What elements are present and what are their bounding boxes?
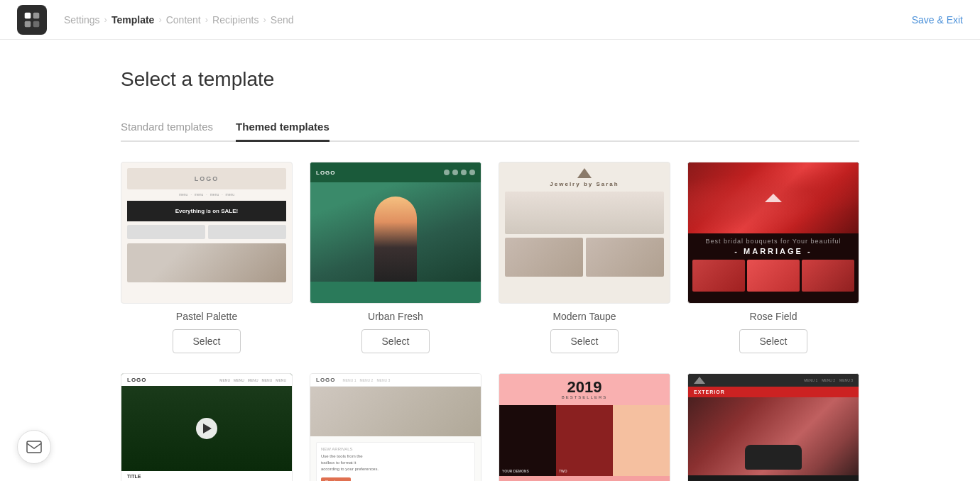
- template-name-rose: Rose Field: [750, 311, 797, 322]
- app-logo[interactable]: [17, 5, 47, 35]
- template-preview-dark-car[interactable]: MENU 1 MENU 2 MENU 3 EXTERIOR: [687, 373, 859, 481]
- urban-icon3: [461, 170, 467, 175]
- select-button-rose[interactable]: Select: [739, 329, 808, 353]
- breadcrumb-send[interactable]: Send: [271, 14, 294, 26]
- template-preview-taupe[interactable]: Jewelry by Sarah: [499, 162, 670, 304]
- tab-standard[interactable]: Standard templates: [121, 114, 213, 142]
- dark-car-red-bar: EXTERIOR: [688, 387, 859, 397]
- dark-car-logo-icon: [694, 377, 705, 384]
- taupe-hero: [505, 192, 664, 234]
- minimal-nav: MENU 1 MENU 2 MENU 3: [343, 378, 391, 382]
- dark-car-nav: MENU 1 MENU 2 MENU 3: [804, 378, 853, 382]
- breadcrumb: Settings › Template › Content › Recipien…: [64, 14, 294, 26]
- rose-flower2: [747, 260, 800, 292]
- breadcrumb-sep-2: ›: [158, 14, 161, 25]
- chat-support-button[interactable]: [17, 430, 51, 464]
- select-button-pastel[interactable]: Select: [173, 329, 241, 353]
- template-card-dark-car: MENU 1 MENU 2 MENU 3 EXTERIOR: [687, 373, 859, 481]
- minimal-text3: according to your preferences.: [321, 467, 470, 471]
- forest-nav: MENU MENU MENU MENU MENU: [219, 378, 286, 382]
- svg-rect-2: [25, 21, 31, 27]
- template-card-forest: LOGO MENU MENU MENU MENU MENU TITLE: [121, 373, 293, 481]
- breadcrumb-settings[interactable]: Settings: [64, 14, 100, 26]
- minimal-photo: [310, 387, 481, 436]
- urban-icon2: [452, 170, 458, 175]
- minimal-read-btn[interactable]: Read more: [321, 477, 351, 481]
- template-name-taupe: Modern Taupe: [552, 311, 616, 322]
- breadcrumb-template[interactable]: Template: [111, 14, 154, 26]
- breadcrumb-sep-1: ›: [104, 14, 107, 25]
- minimal-text1: Use the tools from the: [321, 454, 470, 458]
- template-preview-minimal[interactable]: LOGO MENU 1 MENU 2 MENU 3 NEW ARRIVALS U…: [310, 373, 481, 481]
- template-name-urban: Urban Fresh: [368, 311, 423, 322]
- dark-car-shape: [745, 445, 802, 470]
- pastel-nav-bar: menu · menu · menu · menu: [127, 192, 286, 197]
- template-preview-rose[interactable]: Best bridal bouquets for Your beautiful …: [687, 162, 859, 304]
- breadcrumb-content[interactable]: Content: [166, 14, 201, 26]
- main-content: Select a template Standard templates The…: [0, 40, 980, 481]
- urban-text-area: [310, 282, 481, 290]
- svg-rect-1: [33, 12, 40, 18]
- minimal-content: NEW ARRIVALS Use the tools from the tool…: [310, 436, 481, 481]
- pink-cell-mid: [613, 405, 670, 476]
- rose-flower3: [802, 260, 854, 292]
- urban-logo: LOGO: [316, 170, 336, 176]
- minimal-text2: toolbox to format it: [321, 460, 470, 465]
- template-preview-pink[interactable]: 2019 BESTSELLERS YOUR DEMONS TWO: [499, 373, 670, 481]
- taupe-brand: Jewelry by Sarah: [550, 181, 619, 187]
- rose-hero: [688, 162, 859, 233]
- rose-flowers-grid: [688, 260, 859, 296]
- svg-rect-0: [25, 12, 31, 18]
- forest-video: [121, 386, 292, 471]
- minimal-header: LOGO MENU 1 MENU 2 MENU 3: [310, 374, 481, 387]
- template-card-rose-field: Best bridal bouquets for Your beautiful …: [687, 162, 859, 353]
- breadcrumb-recipients[interactable]: Recipients: [212, 14, 258, 26]
- taupe-logo-icon: [577, 168, 592, 178]
- urban-icons: [444, 170, 475, 175]
- template-card-minimal: LOGO MENU 1 MENU 2 MENU 3 NEW ARRIVALS U…: [310, 373, 481, 481]
- select-button-urban[interactable]: Select: [361, 329, 430, 353]
- pink-two: TWO: [559, 469, 567, 473]
- nav-left: Settings › Template › Content › Recipien…: [17, 5, 294, 35]
- rose-flower1: [692, 260, 745, 292]
- pink-year: 2019: [567, 380, 602, 395]
- forest-title-bar: TITLE: [121, 471, 292, 481]
- select-button-taupe[interactable]: Select: [550, 329, 619, 353]
- dark-car-photo: [688, 397, 859, 475]
- template-tabs: Standard templates Themed templates: [121, 114, 859, 142]
- top-navigation: Settings › Template › Content › Recipien…: [0, 0, 980, 40]
- template-grid-row1: LOGO menu · menu · menu · menu Everythin…: [121, 162, 859, 353]
- urban-photo: [310, 182, 481, 282]
- template-name-pastel: Pastel Palette: [176, 311, 237, 322]
- taupe-cell1: [505, 238, 583, 277]
- breadcrumb-sep-4: ›: [263, 14, 266, 25]
- tab-themed[interactable]: Themed templates: [236, 114, 330, 142]
- rose-subtitle: Best bridal bouquets for Your beautiful: [705, 238, 841, 245]
- minimal-text-box: NEW ARRIVALS Use the tools from the tool…: [316, 442, 475, 481]
- urban-icon1: [444, 170, 450, 175]
- pink-bestsellers: BESTSELLERS: [562, 395, 608, 399]
- pink-cell-dark: YOUR DEMONS: [499, 405, 556, 476]
- template-preview-urban[interactable]: LOGO: [310, 162, 481, 304]
- template-card-pink: 2019 BESTSELLERS YOUR DEMONS TWO: [499, 373, 670, 481]
- pink-grid: YOUR DEMONS TWO: [499, 405, 670, 476]
- forest-play-button[interactable]: [196, 418, 217, 439]
- urban-header: LOGO: [310, 162, 481, 182]
- taupe-grid: [505, 238, 664, 277]
- template-preview-pastel[interactable]: LOGO menu · menu · menu · menu Everythin…: [121, 162, 293, 304]
- rose-text-area: Best bridal bouquets for Your beautiful …: [688, 233, 859, 260]
- save-exit-button[interactable]: Save & Exit: [912, 14, 963, 26]
- template-card-urban-fresh: LOGO Urban Fresh Select: [310, 162, 481, 353]
- minimal-subtitle: NEW ARRIVALS: [321, 447, 470, 451]
- pink-top: 2019 BESTSELLERS: [499, 374, 670, 405]
- pastel-cat-row: [127, 225, 286, 239]
- pastel-logo-bar: LOGO: [127, 168, 286, 189]
- forest-header: LOGO MENU MENU MENU MENU MENU: [121, 374, 292, 386]
- template-grid-row2: LOGO MENU MENU MENU MENU MENU TITLE: [121, 373, 859, 481]
- urban-icon4: [469, 170, 475, 175]
- rose-title: - MARRIAGE -: [734, 247, 812, 255]
- pastel-cat1: [127, 225, 205, 239]
- pink-cell-red: TWO: [556, 405, 613, 476]
- urban-person: [374, 197, 417, 282]
- template-preview-forest[interactable]: LOGO MENU MENU MENU MENU MENU TITLE: [121, 373, 293, 481]
